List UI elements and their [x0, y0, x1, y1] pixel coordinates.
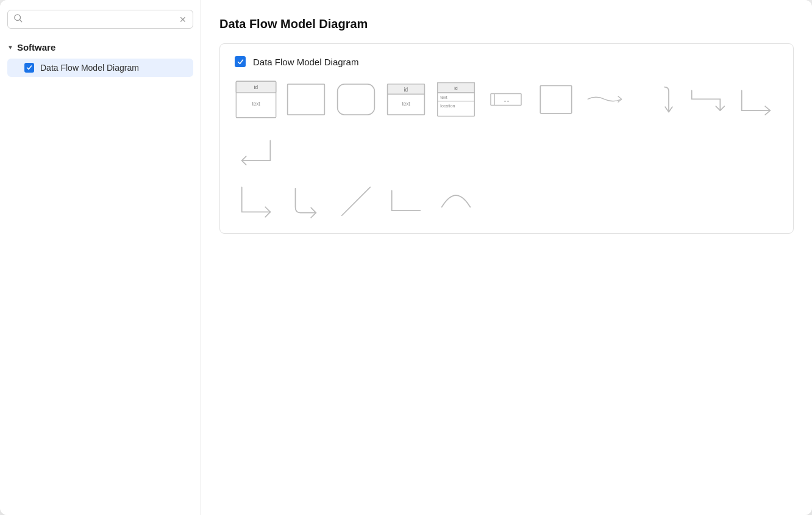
shape-diagonal-line[interactable] [335, 178, 377, 221]
shape-connector-u[interactable] [285, 178, 327, 221]
svg-text:= =: = = [504, 99, 510, 103]
shape-arc[interactable] [435, 178, 477, 221]
search-icon [14, 14, 23, 24]
shapes-grid-row2 [235, 178, 778, 221]
sidebar-item-data-flow[interactable]: Data Flow Model Diagram [7, 59, 193, 77]
search-box[interactable]: data flow ✕ [7, 10, 193, 29]
shape-data-store[interactable]: = = [485, 78, 527, 121]
checkbox-icon [24, 63, 34, 73]
svg-rect-6 [288, 84, 325, 115]
diagram-card: Data Flow Model Diagram id text [219, 43, 794, 234]
svg-text:id: id [254, 85, 258, 90]
category-label: Software [17, 42, 55, 52]
shape-process[interactable]: id text [235, 78, 277, 121]
svg-text:text: text [440, 95, 447, 99]
page-title: Data Flow Model Diagram [219, 17, 794, 31]
svg-text:text: text [402, 101, 410, 107]
sidebar: data flow ✕ ▼ Software Data Flow Model D… [0, 0, 201, 515]
card-checkbox[interactable] [235, 56, 246, 67]
svg-rect-25 [540, 85, 571, 113]
category-header[interactable]: ▼ Software [7, 40, 193, 55]
svg-text:id: id [454, 86, 458, 90]
shape-entity[interactable]: id text [385, 78, 427, 121]
clear-icon[interactable]: ✕ [179, 15, 187, 24]
sidebar-item-label: Data Flow Model Diagram [40, 63, 139, 73]
search-input[interactable]: data flow [26, 15, 179, 24]
shape-rectangle[interactable] [285, 78, 327, 121]
shape-table[interactable]: id text location [435, 78, 477, 121]
shape-connector-l[interactable] [735, 78, 777, 121]
diagram-card-header: Data Flow Model Diagram [235, 56, 778, 67]
shape-connector-lr[interactable] [385, 178, 427, 221]
svg-line-1 [20, 20, 22, 22]
shape-data-flow-arrow[interactable] [585, 78, 627, 121]
shape-connector-z[interactable] [685, 78, 727, 121]
shape-corner-bracket-br[interactable] [235, 178, 277, 221]
diagram-card-title: Data Flow Model Diagram [253, 57, 358, 67]
shape-rounded-rectangle[interactable] [335, 78, 377, 121]
shape-connector-rev-l[interactable] [235, 128, 277, 171]
app-window: data flow ✕ ▼ Software Data Flow Model D… [0, 0, 812, 515]
shapes-grid-row1: id text [235, 78, 778, 171]
main-content: Data Flow Model Diagram Data Flow Model … [201, 0, 812, 515]
shape-external-entity[interactable] [535, 78, 577, 121]
svg-text:id: id [404, 87, 408, 93]
shape-connector-tr[interactable] [635, 78, 677, 121]
chevron-down-icon: ▼ [7, 44, 13, 51]
svg-text:text: text [252, 101, 260, 107]
svg-rect-7 [338, 84, 375, 115]
svg-line-26 [342, 187, 371, 216]
svg-text:location: location [440, 104, 455, 108]
